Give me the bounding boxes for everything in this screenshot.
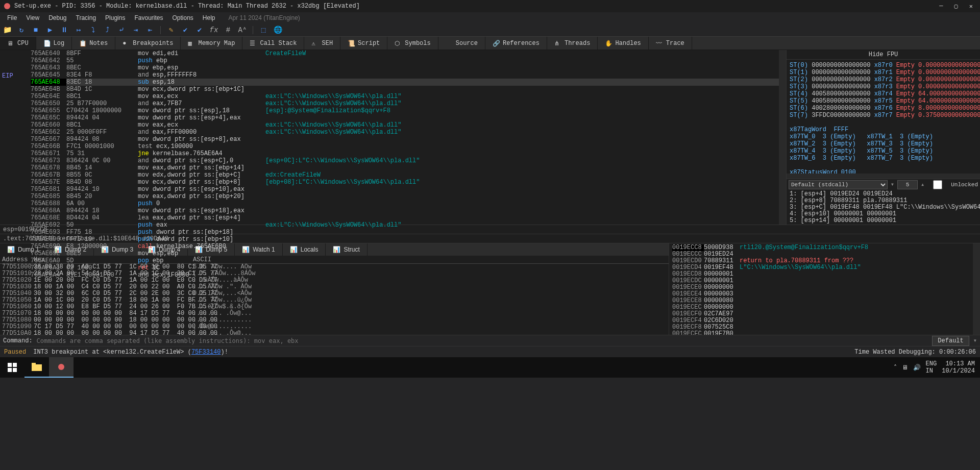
tray-clock[interactable]: 10:13 AM 10/1/2024 [942,360,975,375]
hash-icon[interactable]: # [224,26,232,34]
tray-chevron-icon[interactable]: ˄ [894,364,897,372]
fpu-registers[interactable]: ST(0) 0000000000000000 x87r0 Empty 0.000… [787,60,980,174]
disasm-row[interactable]: 765AE65C894424 04mov dword ptr ss:[esp+4… [31,114,779,121]
disasm-row[interactable]: 765AE67B8B55 0Cmov edx,dword ptr ss:[ebp… [31,171,779,179]
tab-source[interactable]: Source [438,37,485,50]
disasm-row[interactable]: 765AE67175 31jne kernelbase.765AE6A4 [31,150,779,157]
dump-row[interactable]: 77D510A018 00 00 00 00 00 00 00 94 17 D5… [2,330,667,335]
disasm-row[interactable]: 765AE69250push eaxeax:L"C:\\Windows\\Sys… [31,221,779,229]
tab-call-stack[interactable]: ☰Call Stack [242,37,304,50]
tab-references[interactable]: 🔗References [485,37,547,50]
disasm-row[interactable]: 765AE65025 B77F0000and eax,7FB7eax:L"C:\… [31,100,779,107]
start-button[interactable] [0,357,24,378]
tab-memory-map[interactable]: ▦Memory Map [181,37,242,50]
disasm-row[interactable]: 765AE6788B45 14mov eax,dword ptr ss:[ebp… [31,164,779,171]
disasm-scrollbar[interactable] [779,50,786,225]
tray-lang[interactable]: ENGIN [926,360,937,375]
disasm-row[interactable]: 765AE6A1C2 1C00ret 1C [31,264,779,271]
spin-down-icon[interactable]: ▾ [891,181,894,188]
disasm-row[interactable]: 765AE68A894424 18mov dword ptr ss:[esp+1… [31,207,779,214]
disasm-row[interactable]: 765AE64E8BC1mov eax,ecxeax:L"C:\\Windows… [31,93,779,100]
hide-fpu-button[interactable]: Hide FPU [787,50,980,60]
unlocked-checkbox[interactable] [927,180,948,189]
menu-file[interactable]: File [3,13,21,22]
trace-icon[interactable]: ⇥ [132,26,140,34]
stepout-icon[interactable]: ⤴ [103,26,111,34]
spin-up-icon[interactable]: ▴ [921,181,924,188]
pause-icon[interactable]: ⏸ [60,26,68,34]
argument-list[interactable]: 1: [esp+4] 0019ED24 0019ED242: [esp+8] 7… [787,190,980,225]
tab-seh[interactable]: ⚠SEH [304,37,340,50]
disasm-row[interactable]: 765AE6408BFFmov edi,ediCreateFileW [31,50,779,57]
menu-view[interactable]: View [22,13,43,22]
font-icon[interactable]: Aᴬ [238,26,247,34]
stack-scrollbar[interactable] [973,243,980,335]
disasm-row[interactable]: 765AE64B8B4D 1Cmov ecx,dword ptr ss:[ebp… [31,86,779,93]
tab-log[interactable]: 📄Log [36,37,72,50]
disasm-row[interactable]: 765AE64583E4 F8and esp,FFFFFFF8 [31,71,779,79]
settings-icon[interactable]: ⬚ [259,26,267,34]
menu-help[interactable]: Help [199,13,219,22]
disasm-row[interactable]: 765AE67E8B4D 08mov ecx,dword ptr ss:[ebp… [31,179,779,186]
disasm-row[interactable]: 765AE673836424 0C 00and dword ptr ss:[es… [31,157,779,164]
disasm-row[interactable]: 765AE69E8BE5mov esp,ebp [31,250,779,257]
tray-volume-icon[interactable]: 🔊 [913,364,921,372]
disasm-row[interactable]: 765AE64883EC 18sub esp,18 [31,79,779,86]
disasm-row[interactable]: 765AE693FF75 18push dword ptr ss:[ebp+18… [31,229,779,236]
disasm-row[interactable]: 765AE6A481E1 00001F00and ecx,1F0000 [31,271,779,279]
calc-icon[interactable]: fx [210,26,218,34]
stepover-icon[interactable]: ⤵ [89,26,97,34]
disasm-row[interactable]: 765AE6438BECmov ebp,esp [31,64,779,71]
arg-row[interactable]: 5: [esp+14] 00000001 00000001 [790,217,977,224]
x32dbg-task-icon[interactable] [49,357,74,378]
disasm-row[interactable]: 765AE6886A 00push 0 [31,200,779,207]
tab-handles[interactable]: ✋Handles [598,37,648,50]
disasm-row[interactable]: 765AE68E8D4424 04lea eax,dword ptr ss:[e… [31,214,779,221]
minimize-button[interactable]: — [939,3,943,10]
maximize-button[interactable]: ▢ [954,3,958,10]
disasm-row[interactable]: 765AE66225 0000F0FFand eax,FFF00000eax:L… [31,129,779,136]
disasm-row[interactable]: 765AE6858B45 20mov eax,dword ptr ss:[ebp… [31,193,779,200]
disasm-row[interactable]: 765AE66BF7C1 00001000test ecx,100000 [31,143,779,150]
runto-icon[interactable]: ⇤ [146,26,154,34]
tab-symbols[interactable]: ⬡Symbols [387,37,438,50]
tab-trace[interactable]: 〰Trace [649,37,692,50]
stack-row[interactable]: 0019ECFC0019F7B0 [672,331,970,335]
close-button[interactable]: ✕ [969,3,973,10]
menu-debug[interactable]: Debug [44,13,70,22]
disasm-row[interactable]: 765AE681894424 10mov dword ptr ss:[esp+1… [31,186,779,193]
disasm-row[interactable]: 765AE64255push ebp [31,57,779,64]
patch-icon[interactable]: ✎ [167,26,175,34]
default-button[interactable]: Default [932,336,969,346]
tab-threads[interactable]: ⋔Threads [547,37,598,50]
menu-options[interactable]: Options [168,13,197,22]
reg-hscroll[interactable] [787,174,980,179]
tray-network-icon[interactable]: 🖥 [902,364,908,372]
disasm-row[interactable]: 765AE6A05Dpop ebp [31,257,779,264]
restart-icon[interactable]: ↻ [17,26,26,34]
menu-tracing[interactable]: Tracing [72,13,101,22]
disasm-row[interactable]: 765AE655C70424 18000000mov dword ptr ss:… [31,107,779,114]
disasm-row[interactable]: 765AE6608BC1mov eax,ecxeax:L"C:\\Windows… [31,121,779,129]
run-icon[interactable]: ▶ [46,26,54,34]
stepin-icon[interactable]: ↦ [75,26,83,34]
arg-count-input[interactable] [897,180,918,189]
callconv-select[interactable]: Default (stdcall) [789,180,888,189]
tab-cpu[interactable]: 🖥CPU [0,37,36,50]
stop-icon[interactable]: ■ [32,26,40,34]
status-link[interactable]: 75F33140 [191,349,221,356]
stepback-icon[interactable]: ⤶ [117,26,126,34]
menu-plugins[interactable]: Plugins [101,13,129,22]
dropdown-icon[interactable]: ▾ [973,337,977,344]
comment-icon[interactable]: ✔ [181,26,189,34]
about-icon[interactable]: 🌐 [274,26,282,34]
bookmark-icon[interactable]: ✔ [195,26,204,34]
disasm-row[interactable]: 765AE699E8 12000000call kernelbase.765AE… [31,243,779,250]
command-input[interactable] [37,337,928,344]
menu-favourites[interactable]: Favourites [130,13,167,22]
tab-breakpoints[interactable]: ●Breakpoints [115,37,181,50]
open-icon[interactable]: 📁 [3,26,11,34]
disasm-row[interactable]: 765AE696FF75 10push dword ptr ss:[ebp+10… [31,236,779,243]
disasm-row[interactable]: 765AE667894424 08mov dword ptr ss:[esp+8… [31,136,779,143]
tab-notes[interactable]: 📋Notes [72,37,115,50]
